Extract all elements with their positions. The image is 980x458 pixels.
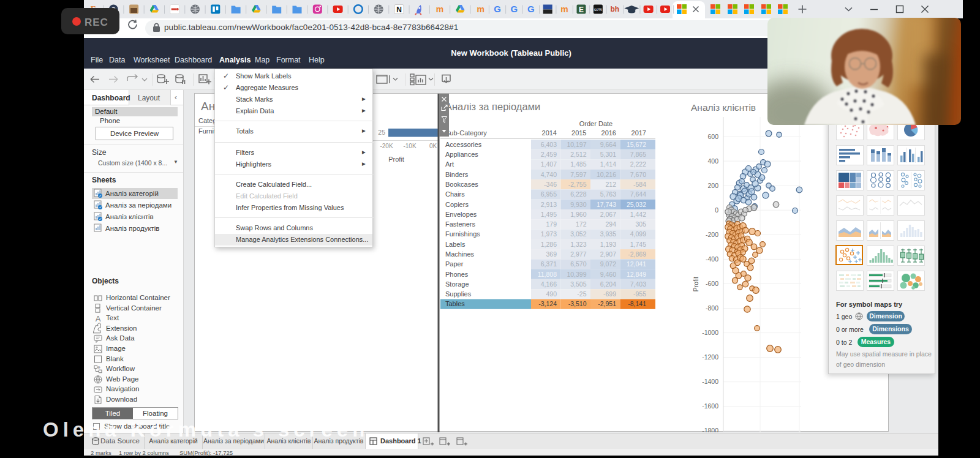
svg-text:9,930: 9,930 — [570, 201, 586, 208]
svg-text:E: E — [579, 6, 584, 14]
svg-text:2014: 2014 — [542, 129, 557, 137]
svg-text:-20K: -20K — [380, 143, 393, 149]
svg-text:Machines: Machines — [445, 250, 475, 258]
svg-text:369: 369 — [546, 250, 557, 258]
svg-text:6,570: 6,570 — [570, 260, 586, 268]
svg-text:Bookcases: Bookcases — [445, 181, 478, 188]
svg-text:Supplies: Supplies — [445, 290, 472, 298]
svg-text:-1000: -1000 — [702, 329, 718, 336]
svg-text:2,459: 2,459 — [541, 151, 557, 158]
svg-text:11,808: 11,808 — [538, 271, 557, 278]
svg-text:Phones: Phones — [445, 271, 469, 278]
svg-text:12,041: 12,041 — [627, 260, 646, 268]
svg-text:-3,124: -3,124 — [538, 300, 557, 307]
svg-text:7,670: 7,670 — [630, 171, 646, 178]
svg-text:9,072: 9,072 — [600, 260, 616, 268]
svg-text:490: 490 — [546, 290, 557, 298]
svg-text:Order Date: Order Date — [579, 120, 612, 127]
svg-text:4,099: 4,099 — [630, 230, 646, 238]
svg-text:Art: Art — [445, 160, 454, 168]
svg-text:-955: -955 — [633, 290, 646, 298]
svg-text:1,414: 1,414 — [600, 160, 616, 168]
svg-text:7,403: 7,403 — [630, 280, 646, 288]
svg-text:2017: 2017 — [631, 129, 646, 137]
svg-text:400: 400 — [707, 157, 718, 165]
svg-text:-1200: -1200 — [702, 353, 718, 361]
svg-text:10,399: 10,399 — [567, 271, 586, 278]
svg-text:1,323: 1,323 — [570, 241, 586, 248]
svg-text:Copiers: Copiers — [445, 201, 469, 208]
svg-text:m: m — [477, 4, 484, 14]
svg-text:-2,755: -2,755 — [568, 181, 587, 188]
svg-text:9,460: 9,460 — [600, 271, 616, 278]
svg-text:2015: 2015 — [571, 129, 586, 137]
svg-text:305: 305 — [635, 220, 646, 228]
svg-text:15,672: 15,672 — [627, 141, 646, 148]
svg-text:2,977: 2,977 — [570, 250, 586, 258]
svg-text:-600: -600 — [706, 280, 718, 287]
svg-text:G: G — [494, 4, 501, 14]
svg-text:1,407: 1,407 — [541, 160, 557, 168]
svg-text:bh: bh — [610, 5, 619, 13]
svg-text:1,745: 1,745 — [630, 241, 646, 248]
svg-text:2,512: 2,512 — [570, 151, 586, 158]
svg-text:10,197: 10,197 — [567, 141, 586, 148]
svg-text:25: 25 — [378, 129, 385, 136]
svg-text:4,166: 4,166 — [541, 280, 557, 288]
svg-text:0: 0 — [715, 206, 718, 214]
svg-text:7,644: 7,644 — [630, 190, 646, 198]
svg-text:A: A — [96, 314, 101, 323]
svg-text:212: 212 — [605, 181, 616, 188]
svg-text:1,973: 1,973 — [541, 230, 557, 238]
svg-text:-3,510: -3,510 — [568, 300, 587, 307]
svg-text:-346: -346 — [544, 181, 557, 188]
svg-text:m: m — [560, 4, 568, 14]
svg-text:Chairs: Chairs — [445, 190, 465, 198]
svg-text:12,849: 12,849 — [627, 271, 646, 278]
svg-text:1,960: 1,960 — [570, 211, 586, 218]
svg-text:m: m — [436, 4, 443, 14]
svg-text:1,442: 1,442 — [630, 211, 646, 218]
svg-text:-25: -25 — [577, 290, 586, 298]
svg-text:Envelopes: Envelopes — [445, 211, 477, 218]
svg-text:G: G — [527, 4, 535, 14]
svg-text:Profit: Profit — [388, 156, 404, 163]
svg-text:Profit: Profit — [692, 277, 699, 292]
svg-text:5,763: 5,763 — [600, 190, 616, 198]
svg-text:Tables: Tables — [445, 300, 465, 307]
svg-text:-8,141: -8,141 — [628, 300, 646, 307]
svg-text:4,740: 4,740 — [541, 171, 557, 178]
svg-text:179: 179 — [546, 220, 557, 228]
svg-text:8: 8 — [98, 366, 100, 369]
svg-text:Аналіз за періодами: Аналіз за періодами — [445, 101, 540, 112]
svg-text:Binders: Binders — [445, 171, 469, 178]
svg-text:Appliances: Appliances — [445, 151, 478, 158]
svg-text:1,286: 1,286 — [541, 241, 557, 248]
svg-text:Paper: Paper — [445, 260, 464, 268]
svg-text:1,495: 1,495 — [541, 211, 557, 218]
svg-text:3,505: 3,505 — [570, 280, 586, 288]
svg-text:25,032: 25,032 — [627, 201, 646, 208]
svg-text:Storage: Storage — [445, 280, 469, 288]
svg-text:Sub-Category: Sub-Category — [445, 129, 487, 137]
svg-text:6,955: 6,955 — [541, 190, 557, 198]
svg-text:Labels: Labels — [445, 241, 466, 248]
svg-text:2,222: 2,222 — [630, 160, 646, 168]
svg-text:-1600: -1600 — [702, 402, 718, 410]
svg-text:172: 172 — [576, 220, 587, 228]
svg-text:2,907: 2,907 — [600, 250, 616, 258]
svg-text:1,485: 1,485 — [570, 160, 586, 168]
svg-text:G: G — [511, 4, 518, 14]
svg-text:294: 294 — [605, 220, 616, 228]
svg-text:-699: -699 — [603, 290, 616, 298]
svg-text:3,052: 3,052 — [570, 230, 586, 238]
svg-text:-800: -800 — [706, 304, 718, 312]
svg-text:2,067: 2,067 — [600, 211, 616, 218]
svg-text:Аналіз клієнтів: Аналіз клієнтів — [691, 102, 756, 113]
svg-text:Fasteners: Fasteners — [445, 220, 475, 228]
svg-text:10,216: 10,216 — [597, 171, 616, 178]
svg-text:7,597: 7,597 — [570, 171, 586, 178]
svg-text:1,193: 1,193 — [600, 241, 616, 248]
svg-text:6,204: 6,204 — [600, 280, 616, 288]
svg-text:Furnishings: Furnishings — [445, 230, 480, 238]
